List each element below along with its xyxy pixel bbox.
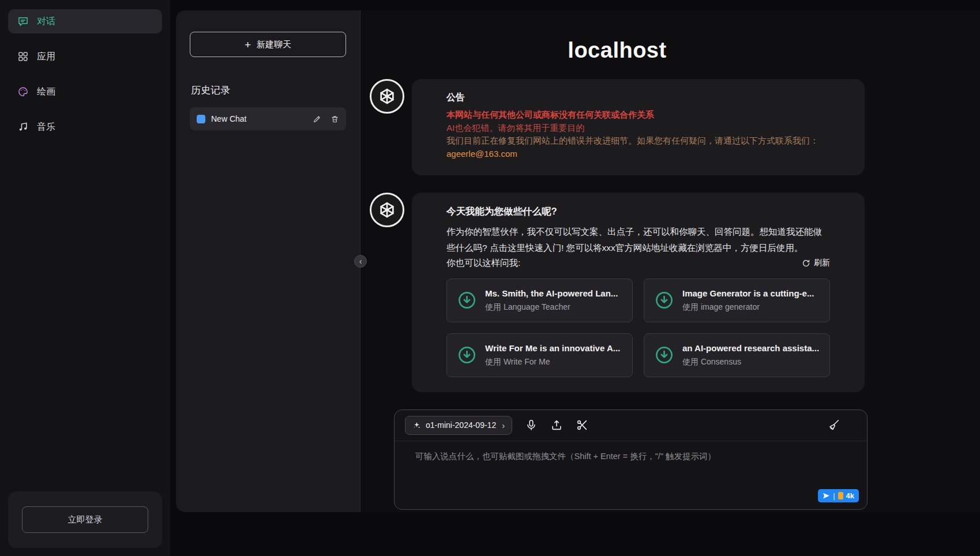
chat-main: localhost 公告 本网站与任何其他 bbox=[361, 10, 980, 512]
download-circle-icon bbox=[457, 345, 477, 365]
announcement-line-1: 本网站与任何其他公司或商标没有任何关联或合作关系 bbox=[446, 108, 830, 122]
welcome-card: 今天我能为您做些什么呢? 作为你的智慧伙伴，我不仅可以写文案、出点子，还可以和你… bbox=[412, 193, 865, 392]
suggestion-subtitle: 使用 Language Teacher bbox=[485, 302, 618, 313]
chat-list-item[interactable]: New Chat bbox=[190, 107, 346, 130]
sidebar-item-chat[interactable]: 对话 bbox=[8, 9, 162, 33]
suggestion-title: Ms. Smith, the AI-powered Lan... bbox=[485, 288, 618, 298]
delete-icon[interactable] bbox=[331, 115, 339, 123]
download-circle-icon bbox=[654, 345, 674, 365]
announcement-line-3: 我们目前正在修复我们网站上的错误并改进细节。如果您有任何疑问，请通过以下方式联系… bbox=[446, 134, 830, 148]
suggestion-card[interactable]: an AI-powered research assista... 使用 Con… bbox=[644, 333, 830, 377]
ask-hint-text: 你也可以这样问我: bbox=[446, 257, 520, 269]
ask-hint-row: 你也可以这样问我: 刷新 bbox=[446, 257, 830, 269]
microphone-button[interactable] bbox=[525, 419, 538, 431]
composer-toolbar: o1-mini-2024-09-12 › bbox=[395, 410, 867, 441]
suggestion-title: an AI-powered research assista... bbox=[682, 343, 819, 353]
edit-icon[interactable] bbox=[313, 115, 321, 123]
model-selector[interactable]: o1-mini-2024-09-12 › bbox=[405, 416, 512, 435]
refresh-suggestions-button[interactable]: 刷新 bbox=[802, 258, 830, 268]
announcement-card: 公告 本网站与任何其他公司或商标没有任何关联或合作关系 AI也会犯错。请勿将其用… bbox=[412, 79, 865, 175]
palette-icon bbox=[17, 86, 29, 97]
chat-bubble-icon bbox=[17, 16, 29, 27]
collapse-sidebar-button[interactable]: ‹ bbox=[354, 255, 367, 268]
download-circle-icon bbox=[457, 290, 477, 310]
chat-list-panel: + 新建聊天 历史记录 New Chat bbox=[176, 10, 361, 512]
message-row-welcome: 今天我能为您做些什么呢? 作为你的智慧伙伴，我不仅可以写文案、出点子，还可以和你… bbox=[370, 193, 865, 392]
sidebar-item-label: 应用 bbox=[37, 51, 55, 63]
page-title: localhost bbox=[370, 38, 865, 63]
welcome-title: 今天我能为您做些什么呢? bbox=[446, 205, 830, 218]
send-plane-icon bbox=[823, 492, 830, 499]
sidebar-login-panel: 立即登录 bbox=[8, 491, 162, 548]
message-row-announcement: 公告 本网站与任何其他公司或商标没有任何关联或合作关系 AI也会犯错。请勿将其用… bbox=[370, 79, 865, 175]
token-count-label: 4k bbox=[846, 491, 854, 500]
suggestion-card[interactable]: Image Generator is a cutting-e... 使用 ima… bbox=[644, 279, 830, 322]
music-note-icon bbox=[17, 121, 29, 133]
suggestion-subtitle: 使用 Consensus bbox=[682, 357, 819, 367]
announcement-title: 公告 bbox=[446, 92, 830, 104]
suggestion-title: Write For Me is an innovative A... bbox=[485, 343, 620, 353]
clear-context-broom-button[interactable] bbox=[828, 419, 840, 431]
announcement-line-2: AI也会犯错。请勿将其用于重要目的 bbox=[446, 122, 830, 135]
screenshot-scissors-button[interactable] bbox=[576, 419, 588, 431]
chevron-right-icon: › bbox=[502, 420, 505, 430]
chat-item-title: New Chat bbox=[211, 114, 307, 123]
welcome-body: 作为你的智慧伙伴，我不仅可以写文案、出点子，还可以和你聊天、回答问题。想知道我还… bbox=[446, 224, 830, 256]
upload-button[interactable] bbox=[550, 419, 563, 431]
download-circle-icon bbox=[654, 290, 674, 310]
contact-email-link[interactable]: ageerle@163.com bbox=[446, 148, 830, 161]
openai-logo-icon bbox=[377, 200, 397, 220]
new-chat-label: 新建聊天 bbox=[257, 39, 291, 50]
assistant-avatar bbox=[370, 193, 404, 227]
message-input[interactable]: 可输入说点什么，也可贴截图或拖拽文件（Shift + Enter = 换行，"/… bbox=[395, 441, 867, 509]
sidebar-item-draw[interactable]: 绘画 bbox=[8, 80, 162, 104]
token-count-badge[interactable]: | 4k bbox=[818, 489, 859, 502]
model-label: o1-mini-2024-09-12 bbox=[426, 420, 496, 430]
app-sidebar: 对话 应用 绘画 bbox=[0, 0, 170, 556]
apps-grid-icon bbox=[17, 51, 29, 62]
sidebar-item-music[interactable]: 音乐 bbox=[8, 115, 162, 139]
refresh-label: 刷新 bbox=[814, 258, 830, 268]
sparkle-icon bbox=[412, 421, 421, 430]
suggestion-card[interactable]: Ms. Smith, the AI-powered Lan... 使用 Lang… bbox=[446, 279, 633, 322]
suggestion-grid: Ms. Smith, the AI-powered Lan... 使用 Lang… bbox=[446, 279, 830, 377]
openai-logo-icon bbox=[377, 87, 397, 106]
sidebar-item-label: 绘画 bbox=[37, 86, 55, 98]
plus-icon: + bbox=[245, 39, 251, 50]
chat-item-avatar bbox=[197, 115, 205, 123]
suggestion-title: Image Generator is a cutting-e... bbox=[682, 288, 814, 298]
suggestion-card[interactable]: Write For Me is an innovative A... 使用 Wr… bbox=[446, 333, 633, 377]
context-battery-icon bbox=[838, 492, 843, 499]
suggestion-subtitle: 使用 image generator bbox=[682, 302, 814, 313]
workspace: + 新建聊天 历史记录 New Chat ‹ localhost bbox=[176, 10, 980, 512]
sidebar-item-label: 音乐 bbox=[37, 121, 55, 133]
sidebar-item-label: 对话 bbox=[37, 16, 55, 28]
history-title: 历史记录 bbox=[191, 84, 345, 97]
composer: o1-mini-2024-09-12 › bbox=[394, 410, 868, 510]
suggestion-subtitle: 使用 Write For Me bbox=[485, 357, 620, 367]
assistant-avatar bbox=[370, 79, 404, 114]
login-button[interactable]: 立即登录 bbox=[22, 506, 148, 533]
refresh-icon bbox=[802, 259, 810, 268]
new-chat-button[interactable]: + 新建聊天 bbox=[190, 32, 346, 57]
sidebar-item-apps[interactable]: 应用 bbox=[8, 44, 162, 69]
